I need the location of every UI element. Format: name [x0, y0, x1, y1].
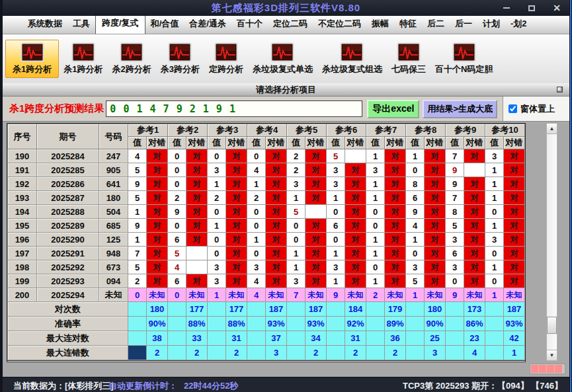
- value-cell[interactable]: 4: [247, 288, 266, 302]
- summary-spacer-cell[interactable]: [287, 331, 306, 346]
- mark-cell[interactable]: 未知: [147, 288, 168, 302]
- mark-cell[interactable]: 对: [306, 260, 327, 274]
- summary-value-cell[interactable]: 184: [345, 302, 366, 317]
- period-cell[interactable]: 2025289: [37, 219, 99, 233]
- mark-cell[interactable]: 对: [504, 233, 525, 247]
- mark-cell[interactable]: 对: [147, 191, 168, 205]
- mark-cell[interactable]: 对: [147, 247, 168, 260]
- mark-cell[interactable]: 对: [464, 205, 485, 219]
- mark-cell[interactable]: 对: [266, 205, 287, 219]
- seq-cell[interactable]: 195: [8, 219, 37, 233]
- mark-cell[interactable]: 未知: [186, 288, 208, 302]
- summary-spacer-cell[interactable]: [485, 317, 504, 331]
- value-cell[interactable]: 0: [446, 274, 464, 288]
- mark-cell[interactable]: 未知: [464, 288, 485, 302]
- mark-cell[interactable]: 对: [186, 177, 208, 191]
- value-cell[interactable]: 2: [366, 288, 385, 302]
- mark-cell[interactable]: 对: [226, 191, 247, 205]
- value-cell[interactable]: 7: [128, 247, 147, 260]
- value-cell[interactable]: 0: [168, 149, 186, 163]
- mark-cell[interactable]: 对: [226, 205, 247, 219]
- mark-cell[interactable]: 对: [464, 247, 485, 260]
- mark-cell[interactable]: 对: [345, 247, 366, 260]
- mark-cell[interactable]: 对: [504, 149, 525, 163]
- mark-cell[interactable]: 对: [266, 260, 287, 274]
- value-cell[interactable]: 1: [366, 191, 385, 205]
- value-cell[interactable]: 7: [287, 288, 306, 302]
- menu-item-13[interactable]: 计划: [477, 15, 505, 34]
- menu-item-7[interactable]: 定位二码: [268, 15, 313, 34]
- value-cell[interactable]: 1: [485, 163, 504, 177]
- menu-item-2[interactable]: 工具: [67, 15, 95, 34]
- mark-cell[interactable]: 未知: [306, 288, 327, 302]
- mark-cell[interactable]: 对: [345, 163, 366, 177]
- summary-spacer-cell[interactable]: [366, 331, 385, 346]
- value-cell[interactable]: 3: [446, 260, 464, 274]
- menu-item-12[interactable]: 后一: [450, 15, 477, 34]
- mark-cell[interactable]: 对: [147, 219, 168, 233]
- summary-value-cell[interactable]: 38: [147, 331, 168, 346]
- number-cell[interactable]: 641: [99, 177, 128, 191]
- value-cell[interactable]: 5: [128, 163, 147, 177]
- value-cell[interactable]: 1: [485, 288, 504, 302]
- mark-cell[interactable]: 未知: [385, 288, 406, 302]
- mark-cell[interactable]: 未知: [504, 288, 525, 302]
- mark-cell[interactable]: 对: [345, 260, 366, 274]
- summary-value-cell[interactable]: 177: [226, 302, 247, 317]
- value-cell[interactable]: 3: [446, 233, 464, 247]
- value-cell[interactable]: 9: [406, 205, 425, 219]
- mark-cell[interactable]: 对: [385, 149, 406, 163]
- value-cell[interactable]: 1: [485, 260, 504, 274]
- mark-cell[interactable]: 对: [385, 163, 406, 177]
- mark-cell[interactable]: 对: [266, 149, 287, 163]
- mark-cell[interactable]: 对: [464, 260, 485, 274]
- toolbar-item-9[interactable]: 百十个N码定胆: [430, 40, 497, 78]
- value-cell[interactable]: 0: [208, 149, 226, 163]
- value-cell[interactable]: 6: [327, 219, 345, 233]
- value-cell[interactable]: 0: [366, 219, 385, 233]
- value-cell[interactable]: 0: [485, 247, 504, 260]
- summary-value-cell[interactable]: 2: [385, 346, 406, 360]
- mark-cell[interactable]: 对: [147, 163, 168, 177]
- mark-cell[interactable]: 对: [504, 177, 525, 191]
- summary-spacer-cell[interactable]: [208, 317, 226, 331]
- summary-spacer-cell[interactable]: [327, 331, 345, 346]
- summary-spacer-cell[interactable]: [485, 331, 504, 346]
- seq-cell[interactable]: 199: [8, 274, 37, 288]
- value-cell[interactable]: 9: [446, 177, 464, 191]
- close-button[interactable]: ✕: [552, 3, 561, 13]
- seq-cell[interactable]: 196: [8, 233, 37, 247]
- mark-cell[interactable]: 对: [425, 260, 446, 274]
- mark-cell[interactable]: 对: [385, 233, 406, 247]
- mark-cell[interactable]: 对: [464, 274, 485, 288]
- mark-cell[interactable]: 对: [147, 233, 168, 247]
- value-cell[interactable]: 1: [366, 233, 385, 247]
- scroll-down-button[interactable]: ▼: [547, 350, 557, 360]
- summary-value-cell[interactable]: 2: [147, 346, 168, 360]
- summary-value-cell[interactable]: 90%: [425, 317, 446, 331]
- summary-value-cell[interactable]: 177: [186, 302, 208, 317]
- summary-value-cell[interactable]: 180: [425, 302, 446, 317]
- mark-cell[interactable]: 对: [464, 149, 485, 163]
- mark-cell[interactable]: 对: [425, 191, 446, 205]
- summary-value-cell[interactable]: 93%: [266, 317, 287, 331]
- value-cell[interactable]: 1: [287, 260, 306, 274]
- menu-item-14[interactable]: -划2: [505, 15, 532, 34]
- mark-cell[interactable]: 对: [226, 219, 247, 233]
- mark-cell[interactable]: 对: [306, 191, 327, 205]
- value-cell[interactable]: 0: [327, 205, 345, 219]
- seq-cell[interactable]: 193: [8, 191, 37, 205]
- mark-cell[interactable]: 对: [306, 274, 327, 288]
- value-cell[interactable]: 5: [128, 191, 147, 205]
- value-cell[interactable]: 0: [366, 260, 385, 274]
- summary-value-cell[interactable]: 3: [266, 346, 287, 360]
- value-cell[interactable]: 2: [247, 191, 266, 205]
- mark-cell[interactable]: 对: [266, 219, 287, 233]
- summary-spacer-cell[interactable]: [208, 346, 226, 360]
- value-cell[interactable]: 3: [327, 163, 345, 177]
- toolbar-item-4[interactable]: 杀3跨分析: [156, 40, 204, 78]
- mark-cell[interactable]: 对: [385, 219, 406, 233]
- value-cell[interactable]: 5: [287, 205, 306, 219]
- value-cell[interactable]: 0: [168, 219, 186, 233]
- value-cell[interactable]: 4: [406, 219, 425, 233]
